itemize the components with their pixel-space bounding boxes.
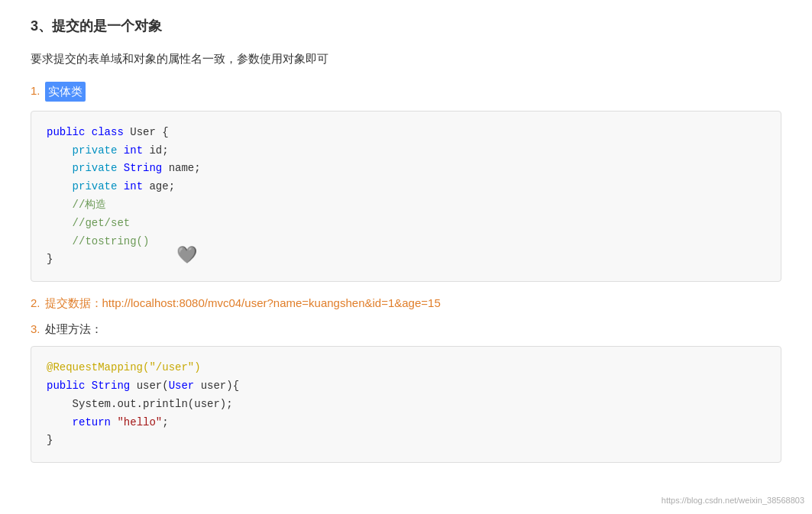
code-line-1-1: public class User { bbox=[47, 124, 765, 142]
item3-label: 处理方法： bbox=[45, 320, 102, 338]
code-line-2-3: System.out.println(user); bbox=[47, 396, 765, 414]
code-line-1-6: //get/set bbox=[47, 215, 765, 233]
code-line-2-5: } bbox=[47, 432, 765, 450]
item3-number: 3. bbox=[31, 320, 40, 338]
section-title: 3、提交的是一个对象 bbox=[31, 15, 781, 37]
heart-icon: 🩶 bbox=[176, 242, 197, 270]
code-line-1-2: private int id; bbox=[47, 142, 765, 160]
code-line-1-4: private int age; bbox=[47, 178, 765, 196]
code-line-1-7: //tostring() bbox=[47, 233, 765, 251]
watermark: https://blog.csdn.net/weixin_38568803 bbox=[662, 494, 804, 508]
code-block-1: public class User { private int id; priv… bbox=[31, 111, 781, 282]
item2-row: 2. 提交数据：http://localhost:8080/mvc04/user… bbox=[31, 294, 781, 312]
item2-number: 2. bbox=[31, 294, 40, 312]
code-line-1-3: private String name; bbox=[47, 160, 765, 178]
page-container: 3、提交的是一个对象 要求提交的表单域和对象的属性名一致，参数使用对象即可 1.… bbox=[0, 0, 812, 514]
code-line-1-5: //构造 bbox=[47, 196, 765, 215]
item3-row: 3. 处理方法： bbox=[31, 320, 781, 338]
description: 要求提交的表单域和对象的属性名一致，参数使用对象即可 bbox=[31, 50, 781, 68]
item1-row: 1. 实体类 bbox=[31, 82, 781, 102]
code-line-2-1: @RequestMapping("/user") bbox=[47, 359, 765, 377]
code-line-1-8: } bbox=[47, 251, 765, 269]
code-line-2-2: public String user(User user){ bbox=[47, 377, 765, 396]
item1-label: 实体类 bbox=[45, 82, 86, 102]
code-line-2-4: return "hello"; bbox=[47, 414, 765, 432]
item1-number: 1. bbox=[31, 82, 40, 100]
item2-label: 提交数据：http://localhost:8080/mvc04/user?na… bbox=[45, 294, 441, 312]
code-block-2: @RequestMapping("/user") public String u… bbox=[31, 346, 781, 463]
